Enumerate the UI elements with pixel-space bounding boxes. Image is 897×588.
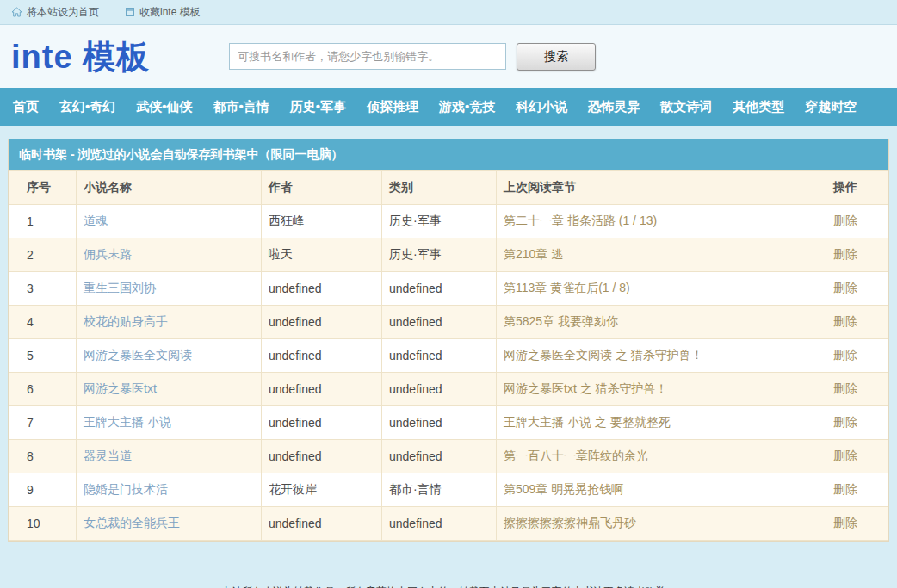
category-cell: undefined — [382, 507, 497, 541]
author-cell: undefined — [262, 440, 382, 473]
delete-link[interactable]: 删除 — [833, 516, 857, 529]
delete-link[interactable]: 删除 — [833, 214, 857, 227]
category-cell: undefined — [382, 373, 497, 406]
set-home-label: 将本站设为首页 — [27, 5, 99, 20]
chapter-link[interactable]: 擦擦擦擦擦擦神鼎飞丹砂 — [504, 516, 636, 529]
row-number: 4 — [9, 306, 77, 339]
author-cell: 花开彼岸 — [262, 473, 382, 507]
nav-item-6[interactable]: 游戏•竞技 — [429, 88, 505, 126]
row-number: 3 — [9, 272, 77, 306]
nav-item-11[interactable]: 穿越时空 — [795, 88, 867, 126]
category-cell: undefined — [382, 406, 497, 440]
column-header: 序号 — [9, 171, 77, 205]
delete-link[interactable]: 删除 — [833, 381, 857, 395]
chapter-link[interactable]: 第113章 黄雀在后(1 / 8) — [504, 281, 630, 294]
table-row: 2佣兵末路啦天历史·军事第210章 逃删除 — [9, 238, 888, 272]
chapter-link[interactable]: 王牌大主播 小说 之 要整就整死 — [504, 415, 671, 429]
nav-item-8[interactable]: 恐怖灵异 — [578, 88, 650, 126]
chapter-link[interactable]: 网游之暴医全文阅读 之 猎杀守护兽！ — [504, 348, 703, 362]
table-row: 9隐婚是门技术活花开彼岸都市·言情第509章 明晃晃抢钱啊删除 — [9, 473, 888, 507]
table-row: 10女总裁的全能兵王undefinedundefined擦擦擦擦擦擦神鼎飞丹砂删… — [9, 507, 888, 541]
novel-name-link[interactable]: 隐婚是门技术活 — [84, 482, 168, 496]
category-cell: 历史·军事 — [382, 205, 497, 238]
author-cell: 啦天 — [262, 238, 382, 272]
nav-item-7[interactable]: 科幻小说 — [505, 88, 578, 126]
row-number: 2 — [9, 238, 77, 272]
bookshelf-title: 临时书架 - 浏览过的小说会自动保存到书架中（限同一电脑） — [9, 139, 888, 170]
category-cell: undefined — [382, 272, 497, 306]
search-button[interactable]: 搜索 — [517, 43, 596, 71]
delete-link[interactable]: 删除 — [833, 482, 857, 496]
delete-link[interactable]: 删除 — [833, 415, 857, 429]
site-header: inte 模板 搜索 — [0, 25, 897, 88]
table-row: 5网游之暴医全文阅读undefinedundefined网游之暴医全文阅读 之 … — [9, 339, 888, 373]
topbar: 将本站设为首页 收藏inte 模板 — [0, 0, 897, 25]
nav-item-0[interactable]: 首页 — [3, 88, 49, 126]
row-number: 7 — [9, 406, 77, 440]
delete-link[interactable]: 删除 — [833, 449, 857, 462]
set-home-link[interactable]: 将本站设为首页 — [11, 5, 99, 20]
table-row: 3重生三国刘协undefinedundefined第113章 黄雀在后(1 / … — [9, 272, 888, 306]
category-cell: 都市·言情 — [382, 473, 497, 507]
chapter-link[interactable]: 第509章 明晃晃抢钱啊 — [504, 482, 623, 496]
table-row: 1道魂西狂峰历史·军事第二十一章 指条活路 (1 / 13)删除 — [9, 205, 888, 238]
nav-item-10[interactable]: 其他类型 — [722, 88, 795, 126]
author-cell: undefined — [262, 373, 382, 406]
row-number: 8 — [9, 440, 77, 473]
nav-item-3[interactable]: 都市•言情 — [203, 88, 280, 126]
search-input[interactable] — [229, 43, 506, 70]
column-header: 类别 — [382, 171, 497, 205]
novel-name-link[interactable]: 王牌大主播 小说 — [84, 415, 171, 429]
novel-name-link[interactable]: 重生三国刘协 — [84, 281, 156, 294]
delete-link[interactable]: 删除 — [833, 314, 857, 328]
chapter-link[interactable]: 第一百八十一章阵纹的余光 — [504, 449, 648, 462]
novel-name-link[interactable]: 道魂 — [84, 214, 108, 227]
nav-item-1[interactable]: 玄幻•奇幻 — [49, 88, 126, 126]
row-number: 10 — [9, 507, 77, 541]
column-header: 小说名称 — [77, 171, 262, 205]
novel-name-link[interactable]: 器灵当道 — [84, 449, 132, 462]
chapter-link[interactable]: 网游之暴医txt 之 猎杀守护兽！ — [504, 381, 668, 395]
author-cell: undefined — [262, 272, 382, 306]
category-cell: undefined — [382, 306, 497, 339]
author-cell: undefined — [262, 339, 382, 373]
author-cell: undefined — [262, 406, 382, 440]
delete-link[interactable]: 删除 — [833, 281, 857, 294]
search-bar: 搜索 — [229, 43, 596, 71]
author-cell: undefined — [262, 306, 382, 339]
chapter-link[interactable]: 第210章 逃 — [504, 247, 563, 261]
novel-name-link[interactable]: 佣兵末路 — [84, 247, 132, 261]
delete-link[interactable]: 删除 — [833, 348, 857, 362]
favorite-link[interactable]: 收藏inte 模板 — [125, 5, 201, 20]
table-row: 6网游之暴医txtundefinedundefined网游之暴医txt 之 猎杀… — [9, 373, 888, 406]
row-number: 9 — [9, 473, 77, 507]
delete-link[interactable]: 删除 — [833, 247, 857, 261]
table-row: 8器灵当道undefinedundefined第一百八十一章阵纹的余光删除 — [9, 440, 888, 473]
category-cell: 历史·军事 — [382, 238, 497, 272]
row-number: 6 — [9, 373, 77, 406]
footer: 本站所有小说为转载作品，所有章节均由网友上传，转载至本站只是为了宣传本书让更多读… — [0, 573, 897, 588]
chapter-link[interactable]: 第5825章 我要弹劾你 — [504, 314, 618, 328]
table-row: 7王牌大主播 小说undefinedundefined王牌大主播 小说 之 要整… — [9, 406, 888, 440]
nav-item-4[interactable]: 历史•军事 — [280, 88, 356, 126]
table-body: 1道魂西狂峰历史·军事第二十一章 指条活路 (1 / 13)删除2佣兵末路啦天历… — [9, 205, 888, 541]
novel-name-link[interactable]: 女总裁的全能兵王 — [84, 516, 180, 529]
table-row: 4校花的贴身高手undefinedundefined第5825章 我要弹劾你删除 — [9, 306, 888, 339]
nav-item-2[interactable]: 武侠•仙侠 — [126, 88, 202, 126]
column-header: 操作 — [826, 171, 888, 205]
novel-name-link[interactable]: 网游之暴医txt — [84, 381, 157, 395]
chapter-link[interactable]: 第二十一章 指条活路 (1 / 13) — [504, 214, 657, 227]
novel-name-link[interactable]: 网游之暴医全文阅读 — [84, 348, 192, 362]
table-header-row: 序号小说名称作者类别上次阅读章节操作 — [9, 171, 888, 205]
author-cell: undefined — [262, 507, 382, 541]
site-logo[interactable]: inte 模板 — [11, 40, 150, 73]
favorite-label: 收藏inte 模板 — [139, 5, 201, 20]
novels-table: 序号小说名称作者类别上次阅读章节操作 1道魂西狂峰历史·军事第二十一章 指条活路… — [9, 170, 888, 541]
row-number: 1 — [9, 205, 77, 238]
author-cell: 西狂峰 — [262, 205, 382, 238]
novel-name-link[interactable]: 校花的贴身高手 — [84, 314, 168, 328]
nav-item-9[interactable]: 散文诗词 — [650, 88, 722, 126]
nav-item-5[interactable]: 侦探推理 — [356, 88, 429, 126]
column-header: 上次阅读章节 — [497, 171, 826, 205]
home-icon — [11, 7, 22, 17]
